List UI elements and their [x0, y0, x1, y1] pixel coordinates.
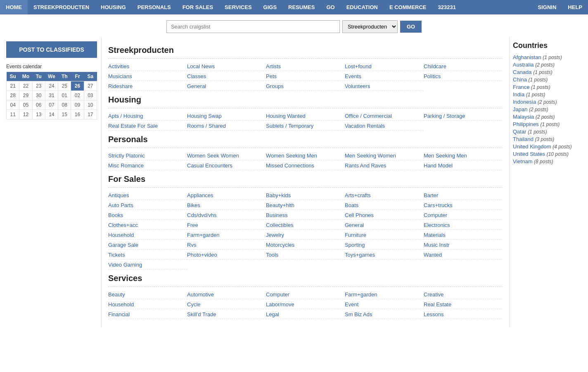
nav-for-sales[interactable]: FOR SALES: [177, 0, 219, 14]
calendar-day[interactable]: 23: [32, 81, 45, 91]
section-link[interactable]: Rants And Raves: [345, 161, 424, 170]
section-link[interactable]: Skill'd Trade: [187, 310, 266, 319]
section-link[interactable]: Collectibles: [266, 221, 345, 230]
section-link[interactable]: Cycle: [187, 300, 266, 309]
section-link[interactable]: Parking / Storage: [424, 112, 503, 121]
section-link[interactable]: Classes: [187, 72, 266, 81]
section-link[interactable]: Motorcycles: [266, 241, 345, 250]
section-link[interactable]: Garage Sale: [108, 241, 187, 250]
section-link[interactable]: Women Seek Women: [187, 151, 266, 160]
section-link[interactable]: Furniture: [345, 231, 424, 240]
section-link[interactable]: Clothes+acc: [108, 221, 187, 230]
search-go-button[interactable]: GO: [400, 21, 422, 33]
section-link[interactable]: Artists: [266, 62, 345, 71]
section-link[interactable]: Lost+found: [345, 62, 424, 71]
section-link[interactable]: General: [345, 221, 424, 230]
country-link[interactable]: Afghanistan (1 posts): [513, 54, 581, 60]
calendar-day[interactable]: 12: [19, 110, 32, 119]
section-link[interactable]: Apts / Housing: [108, 112, 187, 121]
section-link[interactable]: Politics: [424, 72, 503, 81]
country-link[interactable]: Indonesia (2 posts): [513, 99, 581, 105]
calendar-day[interactable]: 14: [45, 110, 58, 119]
section-link[interactable]: Photo+video: [187, 250, 266, 260]
section-link[interactable]: Housing Wanted: [266, 112, 345, 121]
nav-education[interactable]: EDUCATION: [341, 0, 384, 14]
calendar-day[interactable]: 17: [84, 110, 97, 119]
country-link[interactable]: United States (10 posts): [513, 151, 581, 157]
calendar-day[interactable]: 03: [84, 91, 97, 100]
nav-streekproducten[interactable]: STREEKPRODUCTEN: [28, 0, 95, 14]
section-link[interactable]: Computer: [424, 211, 503, 220]
section-link[interactable]: Lessons: [424, 310, 503, 319]
section-link[interactable]: Arts+crafts: [345, 191, 424, 200]
country-link[interactable]: Malaysia (2 posts): [513, 114, 581, 120]
section-link[interactable]: Rooms / Shared: [187, 122, 266, 131]
section-link[interactable]: Free: [187, 221, 266, 230]
section-link[interactable]: Volunteers: [345, 82, 424, 91]
calendar-day[interactable]: 15: [58, 110, 71, 119]
section-link[interactable]: Electronics: [424, 221, 503, 230]
section-link[interactable]: General: [187, 82, 266, 91]
nav-resumes[interactable]: RESUMES: [282, 0, 320, 14]
nav-housing[interactable]: HOUSING: [95, 0, 132, 14]
section-link[interactable]: Local News: [187, 62, 266, 71]
country-link[interactable]: United Kingdom (4 posts): [513, 143, 581, 150]
section-link[interactable]: Event: [345, 300, 424, 309]
section-link[interactable]: Casual Encounters: [187, 161, 266, 170]
country-link[interactable]: Japan (2 posts): [513, 106, 581, 112]
calendar-day[interactable]: 06: [32, 100, 45, 110]
calendar-day[interactable]: 11: [7, 110, 19, 119]
country-link[interactable]: Vietnam (8 posts): [513, 158, 581, 165]
section-link[interactable]: Appliances: [187, 191, 266, 200]
calendar-day[interactable]: 02: [71, 91, 84, 100]
calendar-day[interactable]: 27: [84, 81, 97, 91]
section-link[interactable]: Toys+games: [345, 250, 424, 260]
calendar-day[interactable]: 01: [58, 91, 71, 100]
section-link[interactable]: Cars+trucks: [424, 201, 503, 210]
section-link[interactable]: Jewelry: [266, 231, 345, 240]
calendar-day[interactable]: 24: [45, 81, 58, 91]
section-link[interactable]: Computer: [266, 290, 345, 299]
section-link[interactable]: Office / Commercial: [345, 112, 424, 121]
section-link[interactable]: Vacation Rentals: [345, 122, 424, 131]
nav-personals[interactable]: PERSONALS: [132, 0, 177, 14]
section-link[interactable]: Groups: [266, 82, 345, 91]
section-link[interactable]: Events: [345, 72, 424, 81]
country-link[interactable]: Canada (1 posts): [513, 69, 581, 75]
section-link[interactable]: Financial: [108, 310, 187, 319]
section-link[interactable]: Business: [266, 211, 345, 220]
country-link[interactable]: France (1 posts): [513, 84, 581, 90]
section-link[interactable]: Farm+garden: [187, 231, 266, 240]
nav-323231[interactable]: 323231: [432, 0, 462, 14]
section-link[interactable]: Childcare: [424, 62, 503, 71]
calendar-day[interactable]: 31: [45, 91, 58, 100]
section-link[interactable]: Antiques: [108, 191, 187, 200]
calendar-day[interactable]: 21: [7, 81, 19, 91]
section-link[interactable]: Rideshare: [108, 82, 187, 91]
section-link[interactable]: Men Seeking Women: [345, 151, 424, 160]
calendar-day[interactable]: 30: [32, 91, 45, 100]
section-link[interactable]: Video Gaming: [108, 260, 187, 269]
calendar-day[interactable]: 13: [32, 110, 45, 119]
country-link[interactable]: Qatar (1 posts): [513, 129, 581, 135]
section-link[interactable]: Cds/dvd/vhs: [187, 211, 266, 220]
nav-home[interactable]: HOME: [0, 0, 28, 14]
calendar-day[interactable]: 10: [84, 100, 97, 110]
calendar-day[interactable]: 25: [58, 81, 71, 91]
section-link[interactable]: Misc Romance: [108, 161, 187, 170]
calendar-day[interactable]: 16: [71, 110, 84, 119]
calendar-day[interactable]: 08: [58, 100, 71, 110]
calendar-day[interactable]: 05: [19, 100, 32, 110]
nav-signin[interactable]: SIGNIN: [532, 0, 562, 14]
section-link[interactable]: Beauty+hlth: [266, 201, 345, 210]
section-link[interactable]: Bikes: [187, 201, 266, 210]
section-link[interactable]: Missed Connections: [266, 161, 345, 170]
country-link[interactable]: Australia (2 posts): [513, 62, 581, 68]
section-link[interactable]: Sublets / Temporary: [266, 122, 345, 131]
section-link[interactable]: Household: [108, 300, 187, 309]
section-link[interactable]: Real Estate For Sale: [108, 122, 187, 131]
section-link[interactable]: Legal: [266, 310, 345, 319]
section-link[interactable]: Farm+garden: [345, 290, 424, 299]
section-link[interactable]: Men Seeking Men: [424, 151, 503, 160]
section-link[interactable]: Housing Swap: [187, 112, 266, 121]
